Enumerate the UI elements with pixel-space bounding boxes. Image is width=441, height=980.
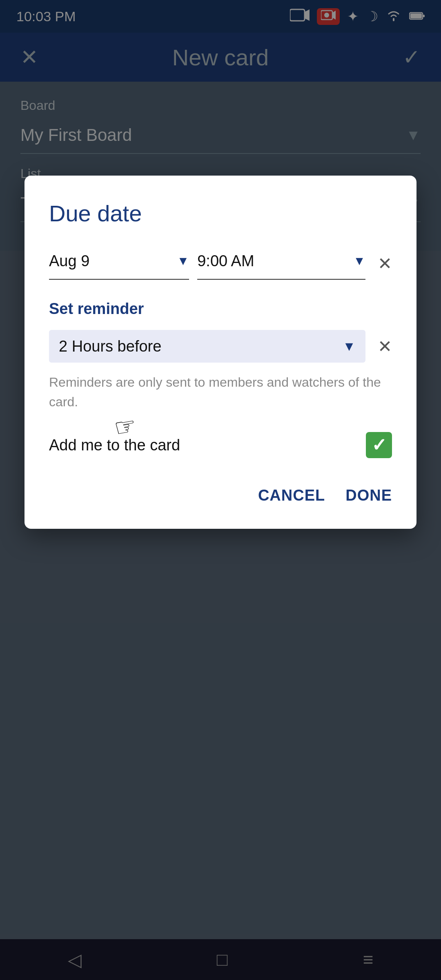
due-date-dialog: Due date Aug 9 ▼ 9:00 AM ▼ ✕ Set reminde…	[24, 176, 416, 529]
date-dropdown-icon: ▼	[177, 254, 189, 268]
time-select[interactable]: 9:00 AM ▼	[197, 247, 365, 280]
dialog-actions: CANCEL DONE	[49, 483, 392, 508]
reminder-note: Reminders are only sent to members and w…	[49, 372, 392, 412]
reminder-dropdown-icon: ▼	[343, 339, 356, 354]
clear-reminder-button[interactable]: ✕	[378, 336, 392, 356]
date-value: Aug 9	[49, 252, 89, 270]
cancel-button[interactable]: CANCEL	[258, 483, 325, 508]
add-me-row: Add me to the card ✓	[49, 432, 392, 458]
reminder-section-label: Set reminder	[49, 300, 392, 318]
reminder-select[interactable]: 2 Hours before ▼	[49, 330, 365, 363]
reminder-value: 2 Hours before	[59, 338, 161, 355]
date-select[interactable]: Aug 9 ▼	[49, 247, 189, 280]
add-me-checkbox[interactable]: ✓	[366, 432, 392, 458]
dialog-title: Due date	[49, 200, 392, 227]
time-dropdown-icon: ▼	[353, 254, 365, 268]
reminder-row: 2 Hours before ▼ ✕	[49, 330, 392, 363]
clear-datetime-button[interactable]: ✕	[378, 254, 392, 274]
datetime-row: Aug 9 ▼ 9:00 AM ▼ ✕	[49, 247, 392, 280]
time-value: 9:00 AM	[197, 252, 254, 270]
add-me-label: Add me to the card	[49, 437, 180, 454]
checkbox-check-icon: ✓	[372, 436, 387, 454]
done-button[interactable]: DONE	[345, 483, 392, 508]
